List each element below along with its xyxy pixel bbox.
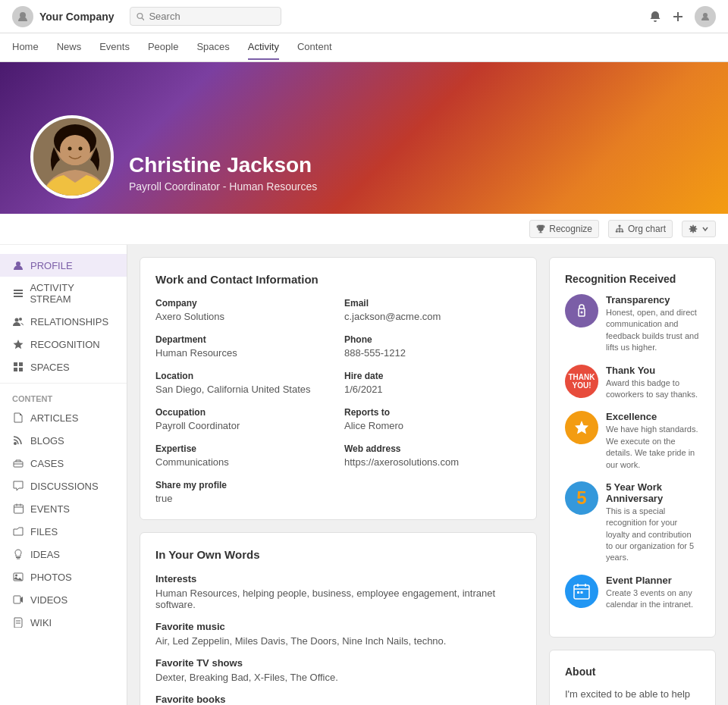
sidebar-item-activity[interactable]: ACTIVITY STREAM: [0, 277, 127, 310]
sidebar-item-ideas[interactable]: IDEAS: [0, 543, 127, 566]
nav-activity[interactable]: Activity: [248, 35, 279, 60]
bell-icon[interactable]: [649, 11, 661, 23]
briefcase-icon: [12, 457, 24, 469]
email-label: Email: [344, 298, 521, 309]
occupation-value: Payroll Coordinator: [155, 420, 240, 431]
department-field: Department Human Resources: [155, 334, 332, 359]
recognize-label: Recognize: [549, 224, 592, 234]
svg-marker-27: [14, 340, 24, 349]
search-input[interactable]: [149, 11, 274, 22]
tv-value: Dexter, Breaking Bad, X-Files, The Offic…: [155, 672, 521, 683]
excellence-badge: [565, 411, 598, 444]
profile-actions: Recognize Org chart: [0, 214, 728, 245]
transparency-name: Transparency: [606, 294, 700, 306]
sidebar-item-blogs[interactable]: BLOGS: [0, 429, 127, 452]
nav-spaces[interactable]: Spaces: [196, 35, 229, 60]
occupation-field: Occupation Payroll Coordinator: [155, 407, 332, 431]
nav-people[interactable]: People: [148, 35, 178, 60]
svg-rect-30: [14, 368, 17, 371]
chevron-down-icon: [701, 225, 709, 233]
plus-icon[interactable]: [672, 11, 684, 23]
sidebar-item-events[interactable]: EVENTS: [0, 497, 127, 520]
svg-point-42: [15, 575, 17, 577]
nav-bar: Home News Events People Spaces Activity …: [0, 33, 728, 62]
nav-news[interactable]: News: [57, 35, 82, 60]
folder-icon: [12, 525, 24, 537]
star-icon: [12, 338, 24, 350]
expertise-label: Expertise: [155, 443, 332, 454]
sidebar-recognition-label: RECOGNITION: [30, 339, 100, 350]
svg-point-10: [68, 147, 72, 151]
own-words-card: In Your Own Words Interests Human Resour…: [140, 532, 537, 705]
sidebar-item-profile[interactable]: PROFILE: [0, 254, 127, 277]
rss-icon: [12, 434, 24, 446]
sidebar-wiki-label: WIKI: [30, 617, 52, 628]
svg-point-26: [19, 318, 22, 321]
svg-rect-13: [616, 230, 618, 232]
main-layout: PROFILE ACTIVITY STREAM RELATIONSHIPS RE…: [0, 245, 728, 705]
company-field: Company Axero Solutions: [155, 298, 332, 322]
web-label: Web address: [344, 443, 521, 454]
sidebar-item-discussions[interactable]: DISCUSSIONS: [0, 475, 127, 497]
sidebar-item-articles[interactable]: ARTICLES: [0, 406, 127, 429]
search-box[interactable]: [130, 7, 281, 26]
reports-to-value: Alice Romero: [344, 420, 403, 431]
user-avatar[interactable]: [695, 6, 716, 27]
nav-content[interactable]: Content: [297, 35, 332, 60]
sidebar-item-wiki[interactable]: WIKI: [0, 611, 127, 634]
svg-marker-48: [575, 421, 588, 434]
recognition-card: Recognition Received Transparency Honest…: [549, 257, 716, 638]
sidebar-item-cases[interactable]: CASES: [0, 452, 127, 475]
grid-icon: [12, 361, 24, 373]
nav-home[interactable]: Home: [12, 35, 39, 60]
file-icon: [12, 412, 24, 424]
svg-point-25: [15, 318, 19, 322]
sidebar-photos-label: PHOTOS: [30, 572, 72, 583]
settings-button[interactable]: [682, 221, 716, 237]
org-chart-button[interactable]: Org chart: [608, 220, 673, 238]
recognize-button[interactable]: Recognize: [529, 220, 599, 238]
svg-rect-28: [14, 362, 17, 366]
books-label: Favorite books: [155, 694, 521, 705]
thankyou-badge: THANKYOU!: [565, 365, 598, 398]
thankyou-name: Thank You: [606, 365, 700, 376]
top-bar-actions: [649, 6, 716, 27]
hire-date-value: 1/6/2021: [344, 384, 383, 395]
sidebar-item-files[interactable]: FILES: [0, 520, 127, 543]
expertise-value: Communications: [155, 456, 229, 468]
reports-to-field: Reports to Alice Romero: [344, 407, 521, 431]
sidebar-item-photos[interactable]: PHOTOS: [0, 566, 127, 588]
svg-point-11: [79, 147, 83, 151]
expertise-field: Expertise Communications: [155, 443, 332, 468]
anniversary-desc: This is a special recognition for your l…: [606, 506, 700, 564]
sidebar-item-videos[interactable]: VIDEOS: [0, 588, 127, 611]
sidebar-articles-label: ARTICLES: [30, 412, 78, 424]
recognition-item-excellence: Excellence We have high standards. We ex…: [565, 411, 700, 471]
web-field: Web address https://axerosolutions.com: [344, 443, 521, 468]
svg-line-2: [142, 17, 144, 20]
location-label: Location: [155, 371, 332, 381]
sidebar-item-recognition[interactable]: RECOGNITION: [0, 333, 127, 356]
own-words-title: In Your Own Words: [155, 548, 521, 561]
trophy-icon: [536, 224, 545, 233]
recognition-item-thankyou: THANKYOU! Thank You Award this badge to …: [565, 365, 700, 401]
sidebar-item-relationships[interactable]: RELATIONSHIPS: [0, 310, 127, 333]
sidebar-item-spaces[interactable]: SPACES: [0, 356, 127, 378]
nav-events[interactable]: Events: [99, 35, 130, 60]
sidebar-ideas-label: IDEAS: [30, 549, 60, 560]
info-grid: Company Axero Solutions Email c.jackson@…: [155, 298, 521, 504]
logo-area: Your Company: [12, 6, 115, 27]
share-field: Share my profile true: [155, 480, 332, 504]
lightbulb-icon: [12, 548, 24, 560]
phone-label: Phone: [344, 334, 521, 345]
svg-point-47: [581, 312, 583, 314]
svg-rect-23: [14, 293, 23, 294]
company-label: Company: [155, 298, 332, 309]
org-chart-label: Org chart: [628, 224, 666, 234]
sidebar-events-label: EVENTS: [30, 503, 70, 515]
own-words-section: Interests Human Resources, helping peopl…: [155, 573, 521, 705]
svg-rect-12: [618, 225, 620, 227]
sidebar-discussions-label: DISCUSSIONS: [30, 481, 99, 492]
svg-rect-22: [14, 290, 23, 291]
top-bar: Your Company: [0, 0, 728, 33]
